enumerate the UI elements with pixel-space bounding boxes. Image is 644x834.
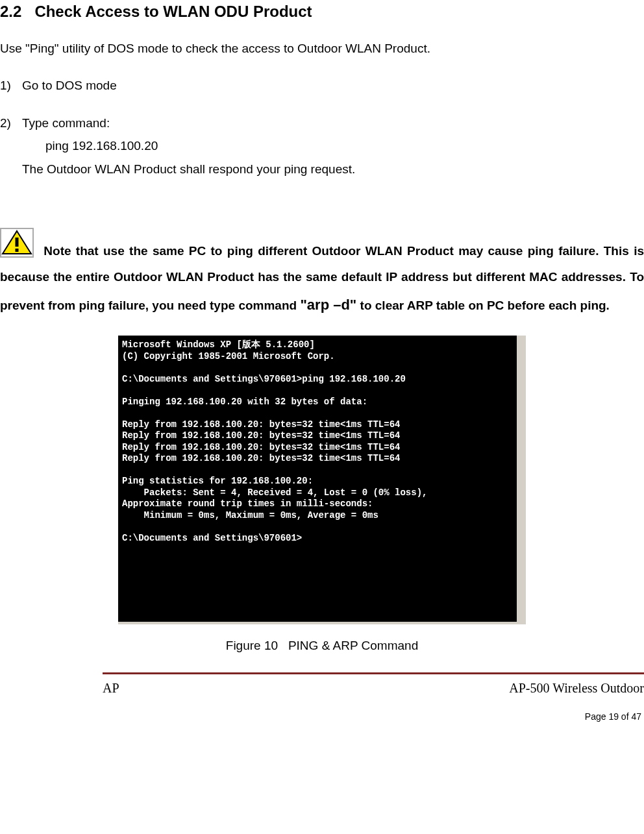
svg-rect-4 bbox=[16, 249, 19, 252]
footer-left: AP bbox=[103, 681, 119, 696]
section-title-text: Check Access to WLAN ODU Product bbox=[34, 3, 312, 20]
step-1-number: 1) bbox=[0, 76, 22, 95]
figure-caption: Figure 10 PING & ARP Command bbox=[0, 639, 644, 653]
intro-paragraph: Use "Ping" utility of DOS mode to check … bbox=[0, 39, 644, 58]
console-output: Microsoft Windows XP [版本 5.1.2600] (C) C… bbox=[118, 336, 526, 624]
step-1-text: Go to DOS mode bbox=[22, 79, 117, 92]
footer-line: AP AP-500 Wireless Outdoor bbox=[103, 681, 644, 696]
svg-rect-3 bbox=[16, 238, 19, 247]
step-1: 1)Go to DOS mode bbox=[0, 76, 644, 95]
note-paragraph: Note that use the same PC to ping differ… bbox=[0, 228, 644, 320]
step-2-command: ping 192.168.100.20 bbox=[45, 136, 644, 155]
section-number: 2.2 bbox=[0, 3, 21, 21]
step-2-response: The Outdoor WLAN Product shall respond y… bbox=[22, 160, 644, 178]
step-2-number: 2) bbox=[0, 114, 22, 132]
step-2-text: Type command: bbox=[22, 116, 110, 130]
footer-rule bbox=[103, 672, 644, 674]
page-number: Page 19 of 47 bbox=[0, 711, 644, 722]
figure-title: PING & ARP Command bbox=[288, 639, 418, 652]
section-heading: 2.2Check Access to WLAN ODU Product bbox=[0, 3, 644, 21]
warning-icon bbox=[0, 228, 34, 258]
step-2: 2)Type command: ping 192.168.100.20 The … bbox=[0, 114, 644, 178]
note-text-post: to clear ARP table on PC before each pin… bbox=[356, 299, 610, 312]
note-command: "arp –d" bbox=[300, 297, 356, 313]
figure-label: Figure 10 bbox=[226, 639, 278, 652]
footer-right: AP-500 Wireless Outdoor bbox=[509, 681, 644, 696]
